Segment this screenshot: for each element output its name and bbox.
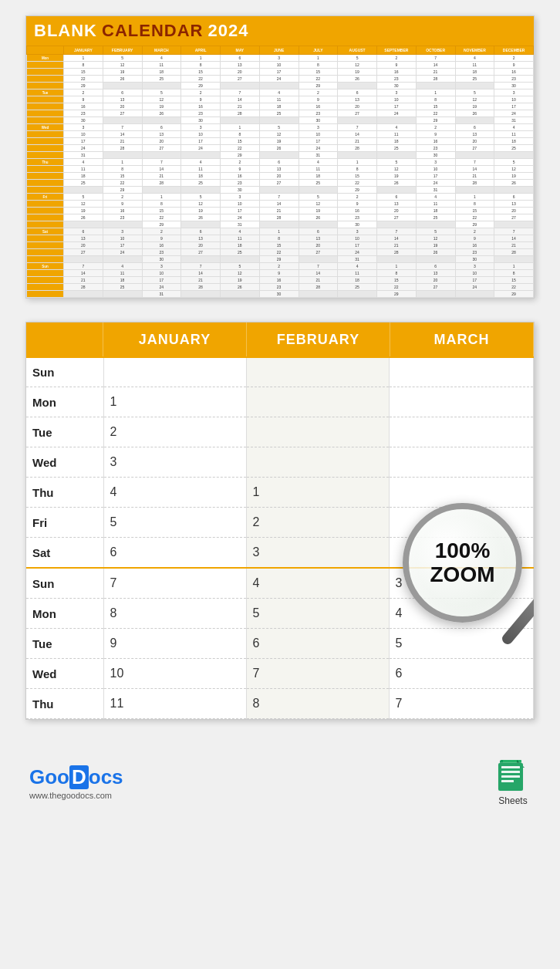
small-date-cell: 29 bbox=[221, 152, 260, 159]
small-date-cell: 23 bbox=[221, 180, 260, 187]
small-date-cell: 23 bbox=[338, 214, 377, 221]
sheets-label: Sheets bbox=[498, 795, 527, 806]
small-date-cell: 3 bbox=[181, 124, 221, 131]
small-date-cell: 11 bbox=[64, 166, 103, 173]
small-date-cell: 13 bbox=[377, 201, 417, 208]
small-date-cell: 9 bbox=[416, 131, 455, 138]
small-date-cell: 19 bbox=[416, 242, 455, 249]
small-date-cell bbox=[142, 152, 181, 159]
zoom-jan-date: 8 bbox=[103, 599, 246, 629]
small-date-cell: 3 bbox=[142, 263, 181, 270]
small-date-cell: 23 bbox=[299, 110, 338, 117]
zoom-day-label: Tue bbox=[26, 629, 103, 659]
small-date-cell: 23 bbox=[64, 110, 103, 117]
small-day-label bbox=[27, 187, 64, 194]
small-date-cell: 28 bbox=[259, 214, 299, 221]
zoom-jan-date: 10 bbox=[103, 659, 246, 689]
small-date-cell: 25 bbox=[377, 145, 417, 152]
small-date-cell: 26 bbox=[221, 284, 260, 291]
small-day-label: Tue bbox=[27, 89, 64, 96]
small-date-cell: 1 bbox=[259, 228, 299, 235]
small-date-cell: 9 bbox=[338, 201, 377, 208]
small-date-cell: 29 bbox=[142, 221, 181, 228]
small-date-cell bbox=[455, 152, 494, 159]
small-date-cell: 1 bbox=[416, 89, 455, 96]
zoom-jan-date: 5 bbox=[103, 508, 246, 538]
small-date-cell: 22 bbox=[455, 214, 494, 221]
small-date-cell: 11 bbox=[142, 62, 181, 69]
small-date-cell: 17 bbox=[494, 103, 534, 110]
small-date-cell: 2 bbox=[259, 263, 299, 270]
small-date-cell: 11 bbox=[494, 131, 534, 138]
small-date-cell: 31 bbox=[338, 256, 377, 263]
small-date-cell: 7 bbox=[416, 55, 455, 62]
small-date-cell bbox=[181, 187, 221, 194]
small-date-cell: 10 bbox=[221, 201, 260, 208]
small-date-cell: 12 bbox=[338, 62, 377, 69]
small-date-cell bbox=[221, 117, 260, 124]
zoom-day-label: Sat bbox=[26, 538, 103, 569]
month-jun: JUNE bbox=[259, 46, 299, 55]
small-date-cell: 27 bbox=[377, 214, 417, 221]
small-date-cell: 10 bbox=[142, 270, 181, 277]
small-date-cell: 20 bbox=[338, 103, 377, 110]
small-day-label bbox=[27, 173, 64, 180]
small-date-cell: 19 bbox=[455, 103, 494, 110]
small-calendar-table: JANUARY FEBRUARY MARCH APRIL MAY JUNE JU… bbox=[26, 46, 534, 298]
small-date-cell: 2 bbox=[377, 55, 417, 62]
small-date-cell: 23 bbox=[142, 249, 181, 256]
zoom-month-mar: MARCH bbox=[390, 322, 534, 356]
small-date-cell: 16 bbox=[494, 69, 534, 76]
small-date-cell: 19 bbox=[181, 208, 221, 214]
small-day-label: Sat bbox=[27, 228, 64, 235]
small-date-cell: 27 bbox=[338, 110, 377, 117]
small-date-cell: 6 bbox=[377, 194, 417, 201]
small-date-cell: 25 bbox=[416, 214, 455, 221]
small-date-cell: 31 bbox=[221, 221, 260, 228]
small-date-cell bbox=[377, 117, 417, 124]
zoom-feb-date: 5 bbox=[246, 599, 389, 629]
zoom-jan-date: 3 bbox=[103, 447, 246, 478]
small-date-cell: 5 bbox=[103, 55, 142, 62]
small-date-cell: 18 bbox=[181, 173, 221, 180]
small-date-cell: 28 bbox=[299, 284, 338, 291]
small-date-cell: 4 bbox=[455, 55, 494, 62]
small-date-cell bbox=[64, 187, 103, 194]
small-date-cell: 22 bbox=[103, 180, 142, 187]
small-date-cell: 21 bbox=[181, 277, 221, 284]
small-date-cell: 31 bbox=[494, 117, 534, 124]
small-date-cell: 20 bbox=[64, 242, 103, 249]
small-date-cell: 4 bbox=[377, 124, 417, 131]
small-date-cell: 21 bbox=[377, 242, 417, 249]
small-date-cell: 9 bbox=[142, 235, 181, 242]
small-date-cell: 29 bbox=[338, 187, 377, 194]
day-header bbox=[27, 46, 64, 55]
small-date-cell: 19 bbox=[259, 138, 299, 145]
month-aug: AUGUST bbox=[338, 46, 377, 55]
small-date-cell: 17 bbox=[221, 208, 260, 214]
small-date-cell: 27 bbox=[181, 249, 221, 256]
zoom-mar-date: 7 bbox=[389, 689, 534, 719]
small-date-cell: 6 bbox=[181, 228, 221, 235]
small-date-cell: 12 bbox=[221, 270, 260, 277]
small-date-cell bbox=[64, 291, 103, 298]
small-date-cell: 30 bbox=[299, 117, 338, 124]
month-feb: FEBRUARY bbox=[103, 46, 142, 55]
small-date-cell: 31 bbox=[64, 152, 103, 159]
small-date-cell: 19 bbox=[494, 173, 534, 180]
small-date-cell: 2 bbox=[181, 89, 221, 96]
small-date-cell bbox=[299, 187, 338, 194]
small-date-cell: 13 bbox=[103, 96, 142, 103]
small-date-cell: 6 bbox=[259, 159, 299, 166]
small-date-cell bbox=[338, 83, 377, 89]
small-date-cell: 11 bbox=[338, 270, 377, 277]
small-date-cell bbox=[221, 83, 260, 89]
small-date-cell: 23 bbox=[377, 76, 417, 83]
small-date-cell: 22 bbox=[377, 284, 417, 291]
small-date-cell: 9 bbox=[259, 270, 299, 277]
small-date-cell bbox=[259, 152, 299, 159]
small-day-label bbox=[27, 235, 64, 242]
zoom-jan-date: 1 bbox=[103, 387, 246, 417]
small-date-cell: 1 bbox=[377, 263, 417, 270]
small-date-cell: 21 bbox=[494, 242, 534, 249]
